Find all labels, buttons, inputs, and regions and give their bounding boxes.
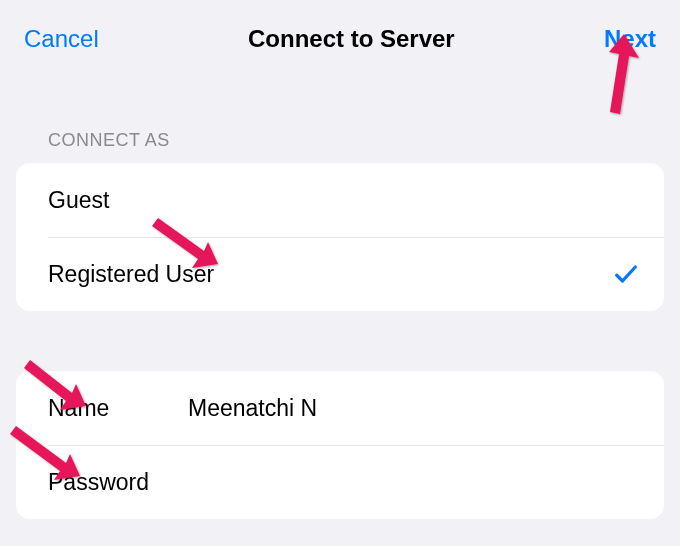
name-input[interactable] <box>188 395 640 422</box>
password-label: Password <box>48 469 188 496</box>
next-button[interactable]: Next <box>604 25 656 53</box>
connect-as-group: Guest Registered User <box>16 163 664 311</box>
option-registered-user[interactable]: Registered User <box>16 237 664 311</box>
password-input[interactable] <box>188 469 640 496</box>
name-row[interactable]: Name <box>16 371 664 445</box>
password-row[interactable]: Password <box>16 445 664 519</box>
option-guest[interactable]: Guest <box>16 163 664 237</box>
connect-as-header: CONNECT AS <box>0 130 680 163</box>
credentials-group: Name Password <box>16 371 664 519</box>
page-title: Connect to Server <box>248 25 455 53</box>
name-label: Name <box>48 395 188 422</box>
checkmark-icon <box>612 260 640 288</box>
option-guest-label: Guest <box>48 187 109 214</box>
option-registered-user-label: Registered User <box>48 261 214 288</box>
nav-bar: Cancel Connect to Server Next <box>0 0 680 60</box>
cancel-button[interactable]: Cancel <box>24 25 99 53</box>
